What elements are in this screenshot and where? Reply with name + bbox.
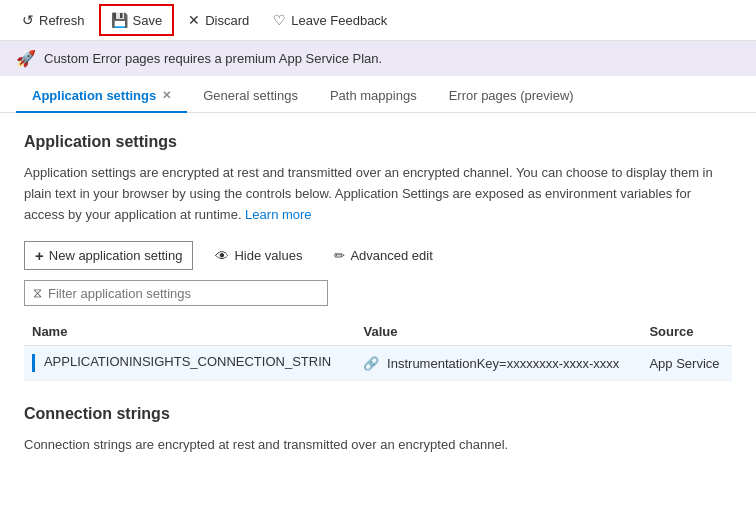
section-description: Application settings are encrypted at re… <box>24 163 732 225</box>
tab-app-settings-label: Application settings <box>32 88 156 103</box>
row-source-text: App Service <box>649 356 719 371</box>
tab-close-icon[interactable]: ✕ <box>162 89 171 102</box>
save-icon: 💾 <box>111 12 128 28</box>
toolbar: ↺ Refresh 💾 Save ✕ Discard ♡ Leave Feedb… <box>0 0 756 41</box>
row-source: App Service <box>641 346 732 381</box>
row-value-text: InstrumentationKey=xxxxxxxx-xxxx-xxxx <box>387 356 619 371</box>
refresh-label: Refresh <box>39 13 85 28</box>
refresh-icon: ↺ <box>22 12 34 28</box>
tab-application-settings[interactable]: Application settings ✕ <box>16 80 187 113</box>
discard-button[interactable]: ✕ Discard <box>178 4 259 36</box>
tab-general-settings[interactable]: General settings <box>187 80 314 113</box>
advanced-edit-button[interactable]: ✏ Advanced edit <box>324 243 442 268</box>
settings-table: Name Value Source APPLICATIONINSIGHTS_CO… <box>24 318 732 381</box>
conn-section-desc: Connection strings are encrypted at rest… <box>24 435 732 456</box>
save-label: Save <box>133 13 163 28</box>
premium-banner: 🚀 Custom Error pages requires a premium … <box>0 41 756 76</box>
feedback-icon: ♡ <box>273 12 286 28</box>
filter-wrap: ⧖ <box>24 280 328 306</box>
row-indicator <box>32 354 35 372</box>
row-name: APPLICATIONINSIGHTS_CONNECTION_STRIN <box>24 346 355 381</box>
hide-values-button[interactable]: 👁 Hide values <box>205 243 312 269</box>
new-application-setting-button[interactable]: + New application setting <box>24 241 193 270</box>
conn-section-title: Connection strings <box>24 405 732 423</box>
eye-icon: 👁 <box>215 248 229 264</box>
tab-error-pages[interactable]: Error pages (preview) <box>433 80 590 113</box>
plus-icon: + <box>35 247 44 264</box>
table-row[interactable]: APPLICATIONINSIGHTS_CONNECTION_STRIN 🔗 I… <box>24 346 732 381</box>
rocket-icon: 🚀 <box>16 49 36 68</box>
main-content: Application settings Application setting… <box>0 113 756 492</box>
refresh-button[interactable]: ↺ Refresh <box>12 4 95 36</box>
connection-strings-section: Connection strings Connection strings ar… <box>24 405 732 456</box>
discard-label: Discard <box>205 13 249 28</box>
banner-text: Custom Error pages requires a premium Ap… <box>44 51 382 66</box>
col-source: Source <box>641 318 732 346</box>
new-setting-label: New application setting <box>49 248 183 263</box>
tab-general-settings-label: General settings <box>203 88 298 103</box>
col-value: Value <box>355 318 641 346</box>
row-value: 🔗 InstrumentationKey=xxxxxxxx-xxxx-xxxx <box>355 346 641 381</box>
section-title: Application settings <box>24 133 732 151</box>
tab-bar: Application settings ✕ General settings … <box>0 80 756 113</box>
save-button[interactable]: 💾 Save <box>99 4 175 36</box>
hide-values-label: Hide values <box>234 248 302 263</box>
advanced-edit-label: Advanced edit <box>350 248 432 263</box>
feedback-button[interactable]: ♡ Leave Feedback <box>263 4 397 36</box>
action-bar: + New application setting 👁 Hide values … <box>24 241 732 270</box>
feedback-label: Leave Feedback <box>291 13 387 28</box>
tab-path-mappings[interactable]: Path mappings <box>314 80 433 113</box>
link-icon: 🔗 <box>363 356 379 371</box>
edit-icon: ✏ <box>334 248 345 263</box>
discard-icon: ✕ <box>188 12 200 28</box>
row-name-text: APPLICATIONINSIGHTS_CONNECTION_STRIN <box>44 355 331 370</box>
tab-path-mappings-label: Path mappings <box>330 88 417 103</box>
col-name: Name <box>24 318 355 346</box>
filter-icon: ⧖ <box>33 285 42 301</box>
tab-error-pages-label: Error pages (preview) <box>449 88 574 103</box>
section-desc-text: Application settings are encrypted at re… <box>24 165 713 222</box>
filter-input[interactable] <box>48 286 319 301</box>
learn-more-link[interactable]: Learn more <box>245 207 311 222</box>
